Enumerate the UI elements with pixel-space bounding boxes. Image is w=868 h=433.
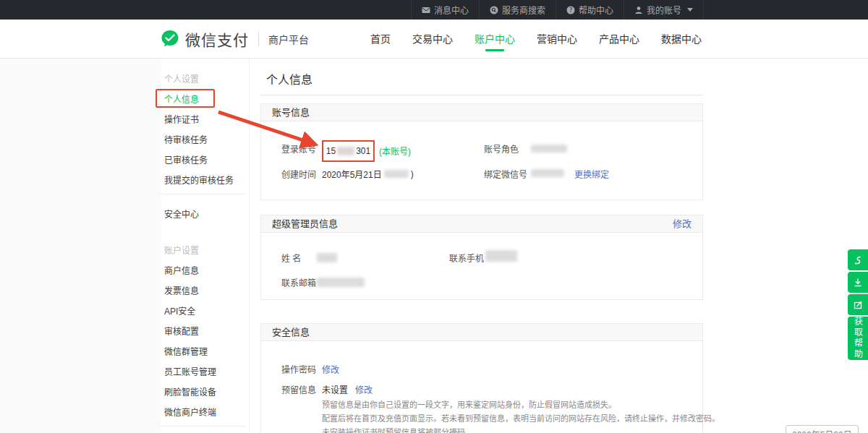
user-icon (634, 6, 643, 14)
account-role-label: 账号角色 (484, 142, 519, 155)
contact-email-label: 联系邮箱 (281, 276, 316, 288)
operation-password-label: 操作密码 (281, 363, 316, 375)
sidebar-item-operation-certificate[interactable]: 操作证书 (164, 108, 249, 129)
brand[interactable]: 微信支付 商户平台 (161, 20, 309, 59)
search-icon (490, 6, 498, 14)
reserved-info-notes: 预留信息是由你自己设置的一段文字，用来鉴定网站身份，防止假冒网站造成损失。 配置… (322, 398, 698, 433)
site-header: 微信支付 商户平台 首页 交易中心 账户中心 营销中心 产品中心 数据中心 (0, 20, 868, 59)
floating-toolbar: 获取帮助 (848, 249, 868, 360)
created-time-suffix: ) (411, 169, 414, 179)
sidebar-divider (161, 426, 245, 426)
reserved-info-label: 预留信息 (281, 383, 316, 395)
title-divider (260, 95, 703, 95)
contact-email-redacted (317, 278, 365, 287)
super-admin-panel-header: 超级管理员信息 修改 (261, 215, 702, 233)
modify-admin-link[interactable]: 修改 (673, 215, 692, 233)
account-role-redacted (531, 145, 567, 153)
name-label: 姓 名 (281, 252, 301, 264)
get-help-button[interactable]: 获取帮助 (848, 317, 868, 360)
current-account-tag: (本账号) (379, 145, 411, 157)
main-content: 个人信息 账号信息 登录账号 15 301 (本账号) 账号角色 创建时间 20… (260, 59, 703, 433)
service-provider-search-link[interactable]: 服务商搜索 (479, 0, 556, 20)
security-info-panel: 安全信息 操作密码 修改 预留信息 未设置 修改 预留信息是由你自己设置的一段文… (260, 323, 703, 433)
primary-nav: 首页 交易中心 账户中心 营销中心 产品中心 数据中心 (370, 20, 702, 59)
super-admin-panel: 超级管理员信息 修改 姓 名 联系手机 联系邮箱 (260, 215, 703, 300)
sidebar-section-account-settings: 账户设置 (164, 239, 249, 260)
sidebar-item-wechat-group-management[interactable]: 微信群管理 (164, 340, 249, 361)
download-button[interactable] (848, 272, 868, 293)
sidebar-item-personal-info[interactable]: 个人信息 (164, 88, 249, 108)
merchant-platform-page: 消息中心 服务商搜索 ? 帮助中心 (0, 0, 868, 433)
account-info-panel: 账号信息 登录账号 15 301 (本账号) 账号角色 创建时间 2020年5月… (260, 103, 703, 200)
login-account-label: 登录账号 (281, 142, 316, 155)
sidebar-item-security-center[interactable]: 安全中心 (164, 203, 249, 223)
help-icon: ? (566, 6, 575, 14)
help-center-label: 帮助中心 (579, 4, 613, 16)
change-binding-link[interactable]: 更换绑定 (574, 168, 609, 180)
my-account-label: 我的账号 (647, 4, 681, 16)
help-center-link[interactable]: ? 帮助中心 (556, 0, 624, 20)
login-account-prefix: 15 (326, 146, 336, 156)
super-admin-header-text: 超级管理员信息 (272, 218, 338, 229)
link-icon (853, 255, 863, 265)
nav-transaction-center[interactable]: 交易中心 (412, 27, 453, 51)
bound-wechat-label: 绑定微信号 (484, 168, 527, 180)
sidebar-item-invoice-info[interactable]: 发票信息 (164, 280, 249, 300)
top-utility-links: 消息中心 服务商搜索 ? 帮助中心 (411, 0, 704, 20)
account-info-panel-header: 账号信息 (261, 104, 702, 121)
login-account-suffix: 301 (356, 146, 370, 156)
nav-home[interactable]: 首页 (370, 27, 391, 51)
created-time-redacted (384, 170, 409, 178)
my-account-menu[interactable]: 我的账号 (624, 0, 704, 20)
contact-phone-label: 联系手机 (449, 252, 484, 264)
modify-reserved-info-link[interactable]: 修改 (355, 383, 373, 395)
nav-data-center[interactable]: 数据中心 (661, 27, 702, 51)
mail-icon (422, 6, 430, 14)
chevron-down-icon (687, 8, 693, 12)
edit-icon (853, 300, 863, 310)
contact-phone-redacted (485, 250, 517, 262)
portal-name: 商户平台 (268, 32, 309, 46)
nav-account-center[interactable]: 账户中心 (475, 27, 515, 51)
page-title: 个人信息 (266, 70, 312, 87)
message-center-link[interactable]: 消息中心 (411, 0, 479, 20)
svg-text:?: ? (569, 7, 572, 13)
top-utility-bar: 消息中心 服务商搜索 ? 帮助中心 (0, 0, 868, 20)
brand-name: 微信支付 (185, 28, 249, 50)
sidebar-item-my-submitted-review-tasks[interactable]: 我提交的审核任务 (164, 169, 249, 189)
feedback-button[interactable] (848, 294, 868, 315)
brand-divider (258, 32, 259, 46)
download-icon (853, 278, 863, 288)
service-provider-search-label: 服务商搜索 (502, 4, 545, 16)
message-center-label: 消息中心 (434, 4, 469, 16)
created-time-text: 2020年5月21日 (322, 168, 382, 180)
created-time-label: 创建时间 (281, 168, 316, 180)
sidebar-item-wechat-merchant-terminal[interactable]: 微信商户终端 (164, 401, 249, 421)
reserved-info-note-line: 预留信息是由你自己设置的一段文字，用来鉴定网站身份，防止假冒网站造成损失。 (322, 398, 698, 412)
login-account-value: 15 301 (322, 140, 375, 162)
nav-product-center[interactable]: 产品中心 (599, 27, 639, 51)
sidebar-item-review-config[interactable]: 审核配置 (164, 320, 249, 340)
sidebar-item-face-smart-device[interactable]: 刷脸智能设备 (164, 381, 249, 401)
sidebar: 个人设置 个人信息 操作证书 待审核任务 已审核任务 我提交的审核任务 安全中心… (161, 59, 250, 433)
name-redacted (317, 253, 337, 262)
sidebar-item-reviewed-tasks[interactable]: 已审核任务 (164, 149, 249, 169)
nav-marketing-center[interactable]: 营销中心 (537, 27, 577, 51)
reserved-info-note-line: 配置后将在首页及充值页面显示。若未看到预留信息，表明当前访问的网站存在风险，请终… (322, 412, 698, 426)
reserved-info-note-line: 未安装操作证书时预留信息将被部分掩码。 (322, 426, 698, 433)
sidebar-item-api-security[interactable]: API安全 (164, 300, 249, 320)
sidebar-item-merchant-info[interactable]: 商户信息 (164, 260, 249, 280)
sidebar-divider (161, 194, 245, 194)
date-tooltip: 2020年5月22日 (786, 425, 859, 433)
sidebar-item-pending-review-tasks[interactable]: 待审核任务 (164, 129, 249, 149)
bound-wechat-redacted (531, 169, 564, 177)
link-button[interactable] (848, 249, 868, 270)
modify-password-link[interactable]: 修改 (322, 363, 339, 375)
login-account-redacted (337, 147, 354, 155)
sidebar-item-staff-account-management[interactable]: 员工账号管理 (164, 361, 249, 381)
created-time-value: 2020年5月21日 ) (322, 168, 414, 180)
reserved-info-value: 未设置 (322, 383, 348, 395)
left-gray-rail (0, 59, 161, 433)
security-info-panel-header: 安全信息 (261, 324, 702, 341)
wechat-pay-logo-icon (161, 30, 179, 48)
